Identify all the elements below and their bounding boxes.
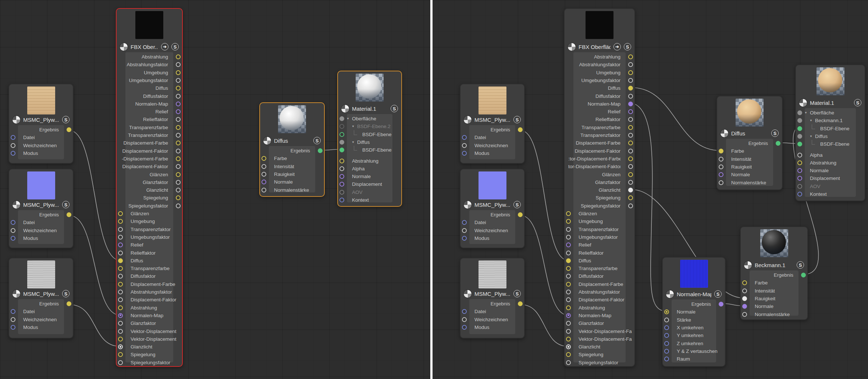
port-in-modus[interactable] xyxy=(11,236,15,241)
node-titlebar[interactable]: MSMC_Plyw...hness.jpgS xyxy=(9,288,73,299)
port-out-tor-displacement-farbe[interactable] xyxy=(628,156,633,161)
port-in-st-rke[interactable] xyxy=(664,318,669,322)
port-in-normalenst-rke[interactable] xyxy=(262,188,266,192)
port-in-weichzeichnen[interactable] xyxy=(462,228,467,233)
node-tex-color-left[interactable]: MSMC_Plyw...color.jpgSErgebnisDateiWeich… xyxy=(8,84,74,164)
port-in-raum[interactable] xyxy=(664,357,669,361)
port-out-relief[interactable] xyxy=(176,109,181,114)
port-in-abstrahlung[interactable] xyxy=(118,305,123,310)
port-in-gl-nzen[interactable] xyxy=(118,211,123,216)
port-in-rauigkeit[interactable] xyxy=(262,172,266,177)
collapse-twisty-icon[interactable]: ▼ xyxy=(810,117,812,125)
port-out-transparenzfarbe[interactable] xyxy=(628,125,633,130)
port-in-alpha[interactable] xyxy=(339,166,344,171)
port-in-gl-nzen[interactable] xyxy=(566,211,571,216)
port-in-displacement[interactable] xyxy=(339,182,344,187)
port-in-farbe[interactable] xyxy=(262,156,266,161)
port-out-diffus[interactable] xyxy=(176,86,181,91)
node-fbx-phong-right[interactable]: FBX Oberfläche Phong➔SAbstrahlungAbstrah… xyxy=(564,8,635,367)
wire-8[interactable] xyxy=(632,103,666,311)
port-in-rauigkeit[interactable] xyxy=(719,164,723,169)
port-in-normale[interactable] xyxy=(262,180,266,184)
port-in-glanzfaktor[interactable] xyxy=(566,321,571,326)
solo-badge[interactable]: S xyxy=(513,290,521,297)
port-out-ergebnis[interactable] xyxy=(801,273,806,277)
port-in-abstrahlungsfaktor[interactable] xyxy=(566,290,571,294)
port-out-displacement-faktor[interactable] xyxy=(176,164,181,169)
port-in-y-z-vertauschen[interactable] xyxy=(664,349,669,354)
port-in-beckmann-1[interactable] xyxy=(797,118,802,123)
port-out-diffusfaktor[interactable] xyxy=(628,94,633,99)
port-in-glanzlicht[interactable] xyxy=(566,344,571,349)
port-out-ergebnis[interactable] xyxy=(67,212,71,217)
collapse-twisty-icon[interactable]: ▼ xyxy=(804,109,807,117)
port-in-intensit-t[interactable] xyxy=(719,157,723,162)
port-out-glanzfaktor[interactable] xyxy=(628,180,633,185)
port-in-displacement-farbe[interactable] xyxy=(566,282,571,287)
node-titlebar[interactable]: MSMC_Plyw...hness.jpgS xyxy=(460,288,524,299)
port-in-relieffaktor[interactable] xyxy=(566,251,571,255)
solo-badge[interactable]: S xyxy=(313,137,321,144)
port-out-displacement-faktor[interactable] xyxy=(176,149,181,153)
node-titlebar[interactable]: DiffusS xyxy=(717,128,782,139)
port-in-abstrahlung[interactable] xyxy=(797,160,802,165)
port-out-spiegelungsfaktor[interactable] xyxy=(176,203,181,208)
port-in-diffusfaktor[interactable] xyxy=(118,274,123,279)
port-in-transparenzfaktor[interactable] xyxy=(118,227,123,232)
port-in-displacement-faktor[interactable] xyxy=(566,297,571,302)
port-out-spiegelung[interactable] xyxy=(628,195,633,200)
node-tex-color-right[interactable]: MSMC_Plyw...color.jpgSErgebnisDateiWeich… xyxy=(460,84,525,164)
port-out-ergebnis[interactable] xyxy=(719,302,723,307)
solo-badge[interactable]: S xyxy=(797,261,804,269)
port-out-diffusfaktor[interactable] xyxy=(176,94,181,99)
port-in-normalen-map[interactable] xyxy=(566,313,571,318)
port-in-modus[interactable] xyxy=(462,325,467,330)
port-in-weichzeichnen[interactable] xyxy=(11,228,15,233)
port-in-diffus[interactable] xyxy=(339,140,344,145)
port-in-displacement-faktor[interactable] xyxy=(118,297,123,302)
port-in-y-umkehren[interactable] xyxy=(664,333,669,338)
port-out-ergebnis[interactable] xyxy=(518,127,523,132)
port-out-displacement-farbe[interactable] xyxy=(176,156,181,161)
port-in-vektor-displacement[interactable] xyxy=(118,337,123,341)
port-in-weichzeichnen[interactable] xyxy=(462,143,467,148)
port-in-normale[interactable] xyxy=(664,309,669,314)
collapse-twisty-icon[interactable]: ▼ xyxy=(352,123,355,131)
port-in-x-umkehren[interactable] xyxy=(664,325,669,330)
node-titlebar[interactable]: Beckmann.1S xyxy=(741,259,807,270)
port-in-glanzlicht[interactable] xyxy=(118,344,123,349)
port-out-gl-nzen[interactable] xyxy=(628,172,633,177)
node-normal-map-right[interactable]: Normalen-Map.1SErgebnisNormaleStärkeX um… xyxy=(662,257,726,367)
port-out-transparenzfarbe[interactable] xyxy=(176,125,181,130)
port-out-ergebnis[interactable] xyxy=(518,301,523,306)
node-titlebar[interactable]: MSMC_Plyw...color.jpgS xyxy=(9,114,73,125)
port-in-rauigkeit[interactable] xyxy=(742,296,747,301)
port-in-modus[interactable] xyxy=(11,151,15,156)
port-out-abstrahlungsfaktor[interactable] xyxy=(628,62,633,67)
asset-arrow-badge[interactable]: ➔ xyxy=(613,43,621,50)
port-out-ergebnis[interactable] xyxy=(67,301,71,306)
port-in-farbe[interactable] xyxy=(719,149,723,153)
port-in-intensit-t[interactable] xyxy=(742,288,747,293)
port-out-abstrahlung[interactable] xyxy=(628,54,633,59)
port-in-glanzfaktor[interactable] xyxy=(118,321,123,326)
collapse-twisty-icon[interactable]: ▼ xyxy=(346,115,349,123)
port-in-bsdf-ebene[interactable] xyxy=(797,142,802,146)
port-in-spiegelung[interactable] xyxy=(118,352,123,357)
port-in-relief[interactable] xyxy=(566,242,571,247)
port-in-displacement-farbe[interactable] xyxy=(118,282,123,287)
node-tex-normal-left[interactable]: MSMC_Plyw...ormal.jpgSErgebnisDateiWeich… xyxy=(8,169,74,248)
solo-badge[interactable]: S xyxy=(391,105,398,112)
port-in-datei[interactable] xyxy=(11,309,15,314)
port-in-abstrahlung[interactable] xyxy=(339,159,344,163)
port-out-ergebnis[interactable] xyxy=(318,148,323,153)
solo-badge[interactable]: S xyxy=(714,290,722,298)
port-in-abstrahlung[interactable] xyxy=(566,305,571,310)
port-in-diffus[interactable] xyxy=(566,258,571,263)
port-in-normalen-map[interactable] xyxy=(118,313,123,318)
solo-badge[interactable]: S xyxy=(624,43,631,50)
node-tex-normal-right[interactable]: MSMC_Plyw...ormal.jpgSErgebnisDateiWeich… xyxy=(460,169,525,248)
node-titlebar[interactable]: FBX Ober...e Phong➔S xyxy=(117,41,182,52)
port-in-displacement[interactable] xyxy=(797,176,802,181)
port-in-bsdf-ebene-2[interactable] xyxy=(339,124,344,129)
